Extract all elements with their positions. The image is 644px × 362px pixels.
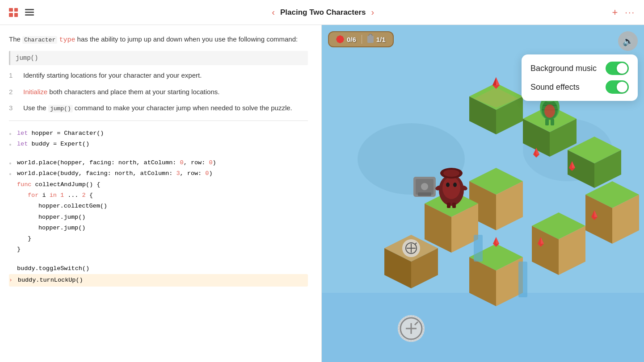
initialize-link[interactable]: Initialize (23, 88, 47, 96)
sound-effects-label: Sound effects (530, 83, 580, 92)
jump-command-block: jump() (9, 51, 308, 65)
svg-rect-38 (518, 262, 527, 297)
game-hud: 0/6 1/1 (328, 31, 394, 47)
svg-rect-77 (447, 203, 450, 208)
grid-icon (9, 8, 18, 17)
header: ‹ Placing Two Characters › + ··· (0, 0, 644, 25)
list-item-2-text: Initialize both characters and place the… (23, 87, 219, 97)
svg-point-74 (443, 170, 459, 177)
svg-rect-3 (322, 293, 644, 362)
background-music-toggle[interactable] (606, 62, 629, 75)
svg-point-72 (453, 183, 457, 187)
jump-inline-code: jump() (48, 105, 73, 112)
code-line-10: ● } (9, 233, 308, 244)
code-text: buddy.turnLockUp() (18, 275, 83, 286)
character-inline-code: Character (22, 36, 57, 44)
sound-button[interactable]: 🔊 (618, 31, 638, 51)
svg-rect-67 (545, 119, 549, 125)
code-text: } (28, 233, 31, 244)
prev-button[interactable]: ‹ (272, 7, 275, 17)
gem-icon (336, 35, 344, 43)
list-view-button[interactable] (25, 8, 34, 17)
hud-divider (362, 35, 362, 44)
code-text: hopper.jump() (38, 223, 85, 233)
content-divider (9, 121, 308, 121)
code-editor: ● let hopper = Character() ● let buddy =… (9, 128, 308, 287)
code-text: for i in 1 ... 2 { (28, 190, 93, 201)
code-line-4: ● world.place(buddy, facing: north, atCo… (9, 168, 308, 179)
code-text: func collectAndJump() { (17, 179, 100, 190)
page-title: Placing Two Characters (280, 8, 366, 17)
code-line-1: ● let hopper = Character() (9, 128, 308, 139)
left-panel: The Character type has the ability to ju… (0, 25, 322, 362)
bullet-dot: ● (9, 141, 12, 149)
code-line-5: ● func collectAndJump() { (9, 179, 308, 190)
code-line-9: ● hopper.jump() (9, 223, 308, 233)
next-button[interactable]: › (371, 7, 374, 17)
svg-point-70 (442, 177, 460, 199)
sound-popup: Background music Sound effects (522, 54, 638, 101)
list-item: 2 Initialize both characters and place t… (9, 87, 308, 97)
intro-text: The Character type has the ability to ju… (9, 34, 308, 46)
gem-count: 0/6 (347, 36, 356, 43)
add-button[interactable]: + (612, 7, 618, 18)
bullet-dot: ● (9, 171, 12, 179)
header-left (9, 8, 34, 17)
bag-icon (367, 36, 374, 43)
sound-effects-toggle[interactable] (606, 80, 629, 94)
header-center: ‹ Placing Two Characters › (272, 7, 374, 17)
list-icon (25, 8, 34, 17)
svg-rect-37 (474, 235, 483, 262)
code-text: world.place(hopper, facing: north, atCol… (17, 158, 216, 168)
code-line-3: ● world.place(hopper, facing: north, atC… (9, 158, 308, 168)
code-line-11: ● } (9, 244, 308, 255)
code-text: world.place(buddy, facing: north, atColu… (17, 168, 213, 179)
code-line-2: ● let buddy = Expert() (9, 139, 308, 150)
code-text: let hopper = Character() (17, 128, 104, 139)
code-line-blank2 (9, 255, 308, 263)
sound-icon: 🔊 (623, 36, 634, 46)
list-item: 1 Identify starting locations for your c… (9, 71, 308, 81)
jump-command-text: jump() (16, 54, 38, 62)
svg-point-41 (421, 183, 428, 190)
list-item-3-text: Use the jump() command to make your char… (23, 103, 292, 113)
type-word: type (59, 36, 75, 44)
svg-point-71 (446, 183, 450, 187)
more-button[interactable]: ··· (625, 7, 635, 17)
sound-effects-row: Sound effects (530, 80, 629, 94)
grid-view-button[interactable] (9, 8, 18, 17)
svg-rect-42 (418, 192, 431, 196)
list-item-1-text: Identify starting locations for your cha… (23, 71, 202, 81)
gem-counter: 0/6 (336, 35, 356, 43)
code-line-13: › buddy.turnLockUp() (9, 274, 308, 287)
code-line-6: ● for i in 1 ... 2 { (9, 190, 308, 201)
header-right: + ··· (612, 7, 635, 18)
code-text: buddy.toggleSwitch() (17, 263, 89, 274)
code-line-7: ● hopper.collectGem() (9, 201, 308, 212)
code-line-12: ● buddy.toggleSwitch() (9, 263, 308, 274)
code-text: hopper.collectGem() (38, 201, 107, 212)
code-text: let buddy = Expert() (17, 139, 89, 150)
bag-counter: 1/1 (367, 36, 386, 43)
svg-point-60 (544, 104, 555, 118)
background-music-row: Background music (530, 62, 629, 75)
game-panel: 0/6 1/1 🔊 Background music Sound effects (322, 25, 644, 362)
code-text: hopper.jump() (38, 212, 85, 223)
code-line-blank (9, 150, 308, 158)
code-line-8: ● hopper.jump() (9, 212, 308, 223)
bullet-dot: ● (9, 130, 12, 138)
current-line-arrow: › (9, 275, 13, 285)
bag-count: 1/1 (376, 36, 386, 43)
svg-rect-78 (452, 203, 456, 208)
instruction-list: 1 Identify starting locations for your c… (9, 71, 308, 113)
code-text: } (17, 244, 21, 255)
list-item: 3 Use the jump() command to make your ch… (9, 103, 308, 113)
bullet-dot: ● (9, 160, 12, 168)
main-layout: The Character type has the ability to ju… (0, 25, 644, 362)
background-music-label: Background music (530, 64, 597, 73)
svg-rect-68 (551, 119, 554, 125)
